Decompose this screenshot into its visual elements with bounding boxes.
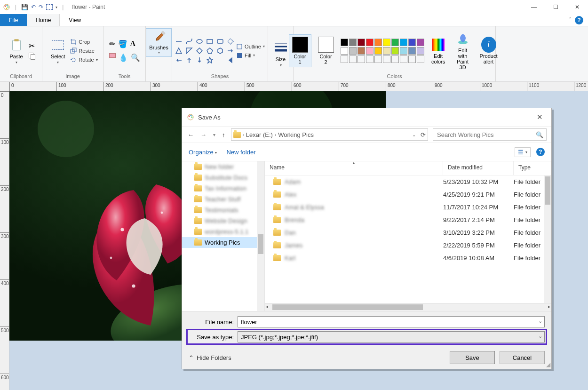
new-folder-button[interactable]: New folder [226, 149, 255, 156]
svg-rect-6 [14, 39, 18, 41]
color2-button[interactable]: Color 2 [315, 36, 337, 66]
size-button[interactable]: Size▾ [270, 40, 291, 68]
fill-button[interactable]: Fill ▾ [236, 52, 265, 59]
dropper-icon[interactable]: 💧 [119, 53, 128, 62]
group-shapes-label: Shapes [211, 73, 229, 80]
col-name[interactable]: ▲Name [265, 161, 443, 175]
resize-grip-icon[interactable]: ◢ [546, 361, 550, 368]
brushes-button[interactable]: Brushes ▾ [146, 28, 171, 57]
qat-undo-icon[interactable]: ↶ [31, 4, 36, 10]
svg-point-10 [197, 40, 202, 43]
nav-up-icon[interactable]: ↑ [221, 130, 226, 139]
ribbon: Paste▾ ✂ Clipboard Select▾ Crop Resize R… [0, 26, 588, 82]
folder-tree[interactable]: New folderSubstitute DocsTax Information… [182, 161, 265, 311]
svg-marker-17 [207, 48, 213, 54]
ruler-vertical: 0100200300400500600 [0, 91, 9, 390]
tree-item[interactable]: Website Design [182, 215, 264, 226]
cut-icon[interactable]: ✂ [29, 41, 36, 50]
dialog-close-button[interactable]: ✕ [532, 113, 547, 121]
select-button[interactable]: Select▾ [48, 37, 68, 65]
cancel-button[interactable]: Cancel [500, 351, 545, 364]
rotate-button[interactable]: Rotate ▾ [70, 56, 97, 63]
filename-input[interactable]: flower⌄ [238, 316, 545, 327]
savetype-combo[interactable]: JPEG (*.jpg;*.jpeg;*.jpe;*.jfif)⌄ [238, 331, 545, 342]
tab-file[interactable]: File [0, 14, 27, 26]
svg-point-34 [132, 284, 135, 287]
breadcrumb-folder[interactable]: Working Pics [278, 131, 314, 138]
magnifier-icon[interactable]: 🔍 [131, 53, 140, 62]
svg-rect-12 [217, 40, 223, 43]
bucket-icon[interactable]: 🪣 [118, 40, 127, 48]
edit-colors-button[interactable]: Edit colors [428, 36, 449, 65]
copy-icon[interactable] [29, 53, 36, 60]
hide-folders-button[interactable]: ⌃Hide Folders [189, 354, 231, 361]
svg-point-2 [7, 5, 8, 6]
tab-view[interactable]: View [60, 14, 90, 26]
list-row[interactable]: James2/22/2019 5:59 PMFile folder [265, 239, 551, 252]
tab-home[interactable]: Home [27, 14, 60, 26]
qat-redo-icon[interactable]: ↷ [39, 4, 43, 10]
svg-point-32 [120, 228, 124, 231]
color-palette[interactable] [341, 39, 424, 55]
save-button[interactable]: Save [450, 351, 495, 364]
breadcrumb-history-icon[interactable]: ⌄ [412, 132, 416, 137]
refresh-icon[interactable]: ⟳ [421, 131, 426, 138]
help-icon[interactable]: ? [575, 16, 583, 24]
collapse-ribbon-icon[interactable]: ˆ [569, 17, 571, 24]
list-row[interactable]: Adam5/23/2019 10:32 PMFile folder [265, 175, 551, 188]
tree-item[interactable]: wordpress-5.1.1 [182, 226, 264, 237]
tree-item[interactable]: New folder [182, 161, 264, 172]
nav-back-icon[interactable]: ← [187, 130, 195, 139]
svg-marker-13 [228, 39, 233, 44]
text-icon[interactable]: A [130, 40, 136, 48]
search-input[interactable] [436, 131, 536, 139]
col-date[interactable]: Date modified [443, 161, 514, 175]
tree-item[interactable]: Working Pics [182, 237, 264, 248]
nav-forward-icon[interactable]: → [199, 130, 207, 139]
search-icon[interactable]: 🔍 [536, 131, 543, 138]
qat-select-icon[interactable] [46, 4, 53, 10]
breadcrumb-bar[interactable]: › Lexar (E:) › Working Pics ⌄ ⟳ [231, 128, 429, 141]
list-row[interactable]: Karl4/6/2019 10:08 AMFile folder [265, 252, 551, 264]
color1-button[interactable]: Color 1 [289, 34, 311, 67]
maximize-button[interactable]: ☐ [545, 0, 566, 14]
svg-marker-18 [218, 48, 222, 54]
minimize-button[interactable]: — [523, 0, 545, 14]
nav-recent-icon[interactable]: ▾ [212, 131, 216, 138]
list-vscrollbar[interactable] [544, 175, 551, 303]
col-type[interactable]: Type [514, 161, 551, 175]
resize-button[interactable]: Resize [70, 48, 97, 54]
outline-button[interactable]: Outline ▾ [236, 43, 265, 50]
organize-button[interactable]: Organize ▾ [189, 149, 217, 156]
tree-item[interactable]: Substitute Docs [182, 172, 264, 183]
shapes-gallery[interactable] [175, 38, 234, 64]
paste-button[interactable]: Paste▾ [6, 37, 27, 65]
breadcrumb-drive[interactable]: Lexar (E:) [246, 131, 273, 138]
view-options-button[interactable]: ☰▾ [515, 147, 531, 157]
eraser-icon[interactable] [109, 53, 116, 58]
file-list[interactable]: ▲Name Date modified Type Adam5/23/2019 1… [265, 161, 551, 311]
list-hscrollbar[interactable]: ◂▸ [265, 303, 551, 311]
group-clipboard-label: Clipboard [10, 73, 32, 80]
tree-item[interactable]: Teacher Stuff [182, 194, 264, 205]
edit-with-paint3d-button[interactable]: Edit with Paint 3D [453, 31, 473, 71]
qat-dropdown-icon[interactable]: ▾ [56, 5, 57, 9]
ribbon-tabs: File Home View ˆ ? [0, 14, 588, 26]
tree-item[interactable]: Tax Information [182, 183, 264, 194]
search-box[interactable]: 🔍 [433, 128, 547, 141]
list-row[interactable]: Brenda9/22/2017 2:14 PMFile folder [265, 214, 551, 226]
filename-label: File name: [189, 318, 234, 326]
list-row[interactable]: Alex4/25/2019 9:21 PMFile folder [265, 188, 551, 201]
tree-item[interactable]: Testimonials [182, 205, 264, 215]
product-alert-button[interactable]: i Product alert [477, 36, 501, 65]
qat-save-icon[interactable]: 💾 [21, 4, 28, 10]
close-button[interactable]: ✕ [566, 0, 588, 14]
list-row[interactable]: Dan3/10/2019 3:22 PMFile folder [265, 226, 551, 239]
list-row[interactable]: Amal & Elyssa11/7/2017 10:24 PMFile fold… [265, 201, 551, 214]
window-title: flower - Paint [72, 4, 105, 10]
dialog-help-icon[interactable]: ? [536, 148, 545, 156]
tree-scrollbar[interactable] [257, 161, 264, 311]
color-palette-custom[interactable] [341, 56, 424, 63]
crop-button[interactable]: Crop [70, 39, 97, 45]
pencil-icon[interactable]: ✏ [109, 40, 115, 48]
